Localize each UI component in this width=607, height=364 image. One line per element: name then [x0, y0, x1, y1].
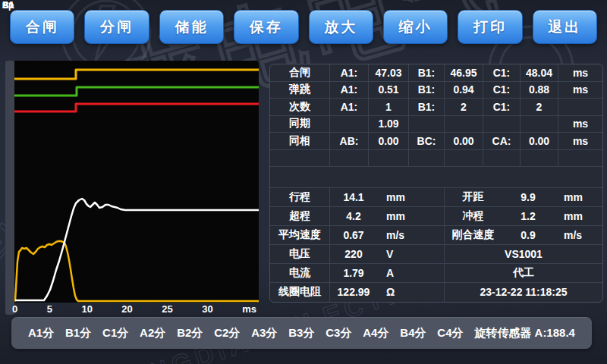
- electric-row-cell: 代工: [445, 264, 602, 283]
- motion-row-cell: 1.2: [502, 207, 555, 226]
- contact-row-cell: 0.51: [369, 82, 409, 99]
- electric-row-cell: 220: [330, 245, 377, 264]
- contact-row-cell: B1:: [409, 64, 445, 82]
- phase-item-c1[interactable]: C1分: [102, 326, 128, 340]
- contact-row-cell: 2: [445, 99, 483, 116]
- contact-row-cell: 弹跳: [270, 82, 330, 99]
- electric-row-cell: 电压: [270, 245, 330, 264]
- contact-row-cell: 47.03: [369, 64, 409, 82]
- contact-row-cell: [483, 116, 521, 133]
- phase-item-b3[interactable]: B3分: [288, 326, 314, 340]
- contact-row-cell: 0.00: [445, 133, 483, 150]
- print-button[interactable]: 打印: [458, 10, 522, 44]
- contact-row-cell: 1: [369, 99, 409, 116]
- open-button[interactable]: 分闸: [84, 10, 149, 44]
- contact-row-cell: 合闸: [270, 64, 330, 82]
- motion-row-cell: 平均速度: [270, 226, 330, 245]
- electric-row-cell: V: [377, 245, 445, 264]
- motion-row-cell: mm: [377, 207, 445, 226]
- empty-row: [270, 150, 602, 167]
- trace-speed: [15, 199, 259, 300]
- contact-row-cell: ms: [558, 116, 602, 133]
- contact-row-cell: [445, 116, 483, 133]
- waveform-traces: [14, 61, 259, 303]
- charge-button[interactable]: 储能: [159, 10, 224, 44]
- trace-label-sp: Sp: [2, 0, 14, 11]
- axis-tick: ms: [242, 303, 256, 315]
- motion-row-cell: 行程: [270, 188, 330, 207]
- close-button[interactable]: 合闸: [10, 10, 74, 44]
- empty-row-cell: [270, 150, 330, 167]
- axis-tick: 30: [202, 303, 212, 315]
- phase-item-c3[interactable]: C3分: [326, 326, 351, 340]
- contact-row-cell: BC:: [409, 133, 445, 150]
- trace-contact-b1: [14, 87, 259, 96]
- zoom-out-button[interactable]: 缩小: [383, 10, 448, 44]
- motion-row: 行程14.1mm开距9.9mm: [270, 188, 602, 207]
- contact-row-cell: [409, 116, 445, 133]
- main-screen: 龙电电气 ELECTRIC LONGDIAN ELECTRIC 合闸分闸储能保存…: [0, 0, 607, 364]
- toolbar: 合闸分闸储能保存放大缩小打印退出: [10, 10, 597, 44]
- zoom-in-button[interactable]: 放大: [309, 10, 373, 44]
- results-table: 合闸A1:47.03B1:46.95C1:48.04ms弹跳A1:0.51B1:…: [269, 64, 603, 303]
- electric-row-cell: 1.79: [330, 264, 377, 283]
- contact-row: 次数A1:1B1:2C1:2: [270, 99, 602, 116]
- empty-row-cell: [330, 150, 369, 167]
- axis-tick: 25: [162, 303, 172, 315]
- phase-item-a1[interactable]: A1分: [28, 326, 54, 340]
- contact-row-cell: 1.09: [369, 116, 409, 133]
- electric-row-cell: VS1001: [445, 245, 602, 264]
- contact-row-cell: B1:: [409, 82, 445, 99]
- time-axis: 0510202530ms: [12, 303, 256, 315]
- contact-row-cell: 0.88: [521, 82, 558, 99]
- contact-row-cell: 同期: [270, 116, 330, 133]
- phase-item-c4[interactable]: C4分: [437, 326, 463, 340]
- contact-row-cell: 0.94: [445, 82, 483, 99]
- trace-label-strip: [5, 61, 14, 315]
- contact-row-cell: C1:: [483, 82, 521, 99]
- motion-row-cell: 0.9: [502, 226, 555, 245]
- contact-row-cell: A1:: [330, 64, 369, 82]
- electric-row-cell: A: [377, 264, 445, 283]
- phase-select-bar: A1分B1分C1分A2分B2分C2分A3分B3分C3分A4分B4分C4分旋转传感…: [11, 317, 592, 349]
- motion-row-cell: 14.1: [330, 188, 377, 207]
- empty-row-cell: [409, 150, 445, 167]
- contact-row-cell: [558, 99, 602, 116]
- phase-item-b1[interactable]: B1分: [65, 326, 91, 340]
- contact-row-cell: A1:: [330, 99, 369, 116]
- exit-button[interactable]: 退出: [533, 10, 597, 44]
- axis-tick: 5: [47, 303, 52, 315]
- motion-row-cell: mm: [555, 207, 602, 226]
- motion-row-cell: 0.67: [330, 226, 377, 245]
- contact-row-cell: 0.00: [521, 133, 558, 150]
- trace-contact-a1: [14, 70, 259, 79]
- phase-item-a3[interactable]: A3分: [251, 326, 277, 340]
- motion-row-cell: m/s: [555, 226, 602, 245]
- trace-coil-current: [14, 241, 259, 301]
- electric-row-cell: 电流: [270, 264, 330, 283]
- waveform-plot: [14, 61, 259, 303]
- contact-row-cell: 次数: [270, 99, 330, 116]
- empty-row-cell: [558, 150, 602, 167]
- trace-contact-c1: [14, 104, 259, 111]
- motion-row-cell: 冲程: [445, 207, 502, 226]
- contact-row-cell: [330, 116, 369, 133]
- save-button[interactable]: 保存: [234, 10, 298, 44]
- electric-row: 线圈电阻122.99Ω23-12-22 11:18:25: [270, 283, 602, 302]
- phase-item-c2[interactable]: C2分: [214, 326, 240, 340]
- phase-item-b2[interactable]: B2分: [177, 326, 203, 340]
- contact-row-cell: ms: [558, 64, 602, 82]
- phase-item-a4[interactable]: A4分: [363, 326, 388, 340]
- contact-row-cell: ms: [558, 133, 602, 150]
- contact-row-cell: AB:: [330, 133, 369, 150]
- empty-row-cell: [369, 150, 409, 167]
- axis-tick: 20: [121, 303, 132, 315]
- motion-row-cell: 4.2: [330, 207, 377, 226]
- contact-row-cell: C1:: [483, 99, 521, 116]
- table-spacer: [270, 167, 602, 188]
- phase-item-a2[interactable]: A2分: [140, 326, 165, 340]
- contact-row-cell: 0.00: [369, 133, 409, 150]
- phase-item-b4[interactable]: B4分: [400, 326, 426, 340]
- motion-row: 平均速度0.67m/s刚合速度0.9m/s: [270, 226, 602, 245]
- electric-row-cell: 线圈电阻: [270, 283, 330, 302]
